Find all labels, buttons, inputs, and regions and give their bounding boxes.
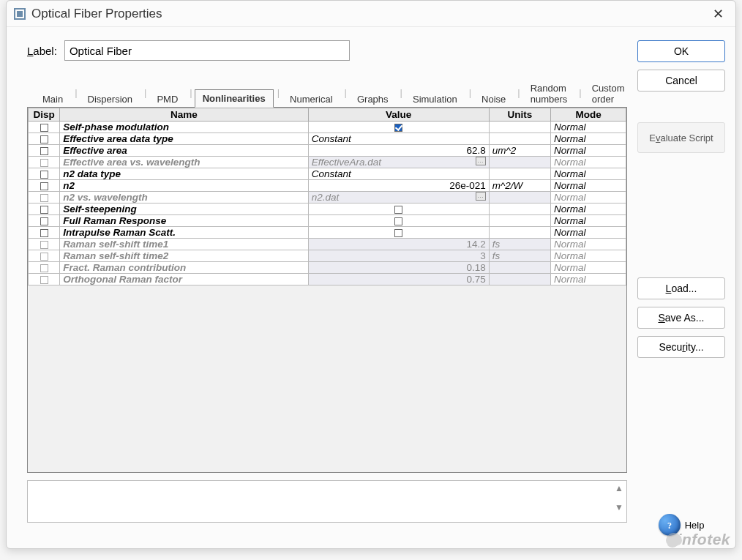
evaluate-script-button[interactable]: Evaluate Script <box>637 122 725 153</box>
param-value[interactable] <box>308 215 489 227</box>
tab-strip: Main|Dispersion|PMD|Nonlinearities|Numer… <box>27 78 627 107</box>
spin-up-icon[interactable]: ▲ <box>613 484 625 501</box>
tab-nonlinearities[interactable]: Nonlinearities <box>195 89 274 108</box>
tab-dispersion[interactable]: Dispersion <box>80 90 140 108</box>
disp-checkbox[interactable] <box>29 204 60 215</box>
param-value[interactable]: 62.8 <box>308 145 489 157</box>
tab-simulation[interactable]: Simulation <box>405 90 465 108</box>
param-value[interactable]: 0.18 <box>308 262 489 274</box>
tab-main[interactable]: Main <box>34 90 71 108</box>
param-units <box>489 157 550 168</box>
param-value[interactable]: Constant <box>308 168 489 180</box>
param-mode[interactable]: Normal <box>551 180 626 192</box>
param-mode[interactable]: Normal <box>551 145 626 157</box>
table-row: Intrapulse Raman Scatt.Normal <box>29 227 626 239</box>
help-label[interactable]: Help <box>685 520 705 531</box>
window-title: Optical Fiber Properties <box>31 7 162 21</box>
param-mode[interactable]: Normal <box>551 274 626 285</box>
table-row: Self-phase modulationNormal <box>29 122 626 133</box>
param-value[interactable]: 26e-021 <box>308 180 489 192</box>
disp-checkbox[interactable] <box>29 145 60 157</box>
value-checkbox[interactable] <box>394 206 402 214</box>
param-mode[interactable]: Normal <box>551 262 626 274</box>
param-units <box>489 227 550 239</box>
grid-table: Disp Name Value Units Mode Self-phase mo… <box>28 108 626 285</box>
tab-separator: | <box>142 87 149 98</box>
param-mode[interactable]: Normal <box>551 250 626 262</box>
spin-down-icon[interactable]: ▼ <box>613 503 625 520</box>
label-input[interactable] <box>64 40 350 61</box>
disp-checkbox[interactable] <box>29 274 60 285</box>
tab-random-numbers[interactable]: Random numbers <box>522 79 576 108</box>
param-mode[interactable]: Normal <box>551 204 626 215</box>
param-mode[interactable]: Normal <box>551 192 626 204</box>
param-units <box>489 274 550 285</box>
col-name[interactable]: Name <box>60 108 309 122</box>
browse-button[interactable]: … <box>476 157 486 165</box>
disp-checkbox[interactable] <box>29 215 60 227</box>
param-value[interactable]: n2.dat… <box>308 192 489 204</box>
col-value[interactable]: Value <box>308 108 489 122</box>
help-icon[interactable]: ? <box>659 514 681 536</box>
disp-checkbox[interactable] <box>29 262 60 274</box>
param-mode[interactable]: Normal <box>551 168 626 180</box>
param-mode[interactable]: Normal <box>551 239 626 250</box>
value-checkbox[interactable] <box>394 229 402 237</box>
param-mode[interactable]: Normal <box>551 227 626 239</box>
browse-button[interactable]: … <box>476 192 486 201</box>
param-value[interactable] <box>308 227 489 239</box>
param-value[interactable] <box>308 204 489 215</box>
param-name: Effective area vs. wavelength <box>60 157 309 168</box>
disp-checkbox[interactable] <box>29 133 60 145</box>
col-mode[interactable]: Mode <box>551 108 626 122</box>
col-units[interactable]: Units <box>489 108 550 122</box>
param-units <box>489 262 550 274</box>
tab-custom-order[interactable]: Custom order <box>584 79 633 108</box>
disp-checkbox[interactable] <box>29 180 60 192</box>
param-value[interactable] <box>308 122 489 133</box>
param-value[interactable]: 3 <box>308 250 489 262</box>
tab-separator: | <box>72 87 79 98</box>
param-mode[interactable]: Normal <box>551 215 626 227</box>
close-icon[interactable]: ✕ <box>708 4 728 24</box>
param-name: Orthogonal Raman factor <box>60 274 309 285</box>
param-value[interactable]: EffectiveAra.dat… <box>308 157 489 168</box>
disp-checkbox[interactable] <box>29 168 60 180</box>
disp-checkbox[interactable] <box>29 122 60 133</box>
disp-checkbox[interactable] <box>29 239 60 250</box>
cancel-button[interactable]: Cancel <box>637 70 725 92</box>
security-button[interactable]: Security... <box>637 336 725 358</box>
disp-checkbox[interactable] <box>29 227 60 239</box>
param-value[interactable]: 14.2 <box>308 239 489 250</box>
disp-checkbox[interactable] <box>29 192 60 204</box>
param-mode[interactable]: Normal <box>551 133 626 145</box>
param-value[interactable]: 0.75 <box>308 274 489 285</box>
tab-numerical[interactable]: Numerical <box>282 90 341 108</box>
param-units: fs <box>489 250 550 262</box>
tab-graphs[interactable]: Graphs <box>349 90 397 108</box>
save-as-button[interactable]: Save As... <box>637 307 725 329</box>
tab-separator: | <box>515 87 522 98</box>
disp-checkbox[interactable] <box>29 250 60 262</box>
value-checkbox[interactable] <box>394 217 402 225</box>
col-disp[interactable]: Disp <box>29 108 60 122</box>
param-mode[interactable]: Normal <box>551 157 626 168</box>
disp-checkbox[interactable] <box>29 157 60 168</box>
param-mode[interactable]: Normal <box>551 122 626 133</box>
tab-noise[interactable]: Noise <box>473 90 514 108</box>
param-units <box>489 122 550 133</box>
label-caption: Label: <box>27 45 57 57</box>
property-grid[interactable]: Disp Name Value Units Mode Self-phase mo… <box>27 107 627 473</box>
description-box[interactable]: ▲ ▼ <box>27 480 627 523</box>
param-value[interactable]: Constant <box>308 133 489 145</box>
param-name: Full Raman Response <box>60 215 309 227</box>
param-name: Raman self-shift time1 <box>60 239 309 250</box>
tab-pmd[interactable]: PMD <box>149 90 186 108</box>
param-units <box>489 204 550 215</box>
tab-separator: | <box>467 87 473 98</box>
value-checkbox[interactable] <box>394 124 402 132</box>
param-name: Effective area <box>60 145 309 157</box>
param-units <box>489 133 550 145</box>
load-button[interactable]: Load... <box>637 277 725 299</box>
ok-button[interactable]: OK <box>637 40 725 62</box>
